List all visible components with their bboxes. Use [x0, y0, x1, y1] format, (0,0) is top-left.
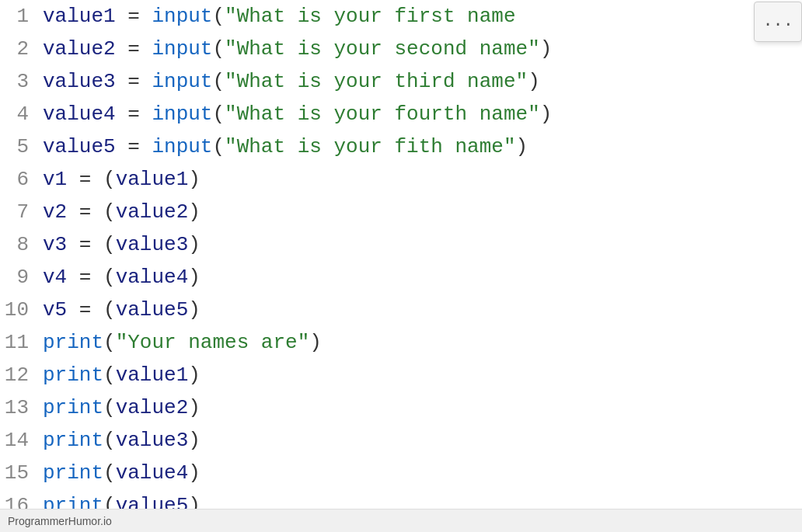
token-paren5-open: ( [212, 135, 225, 158]
token-str11: "Your names are" [116, 331, 310, 354]
line-content-11: print("Your names are") [43, 326, 322, 359]
code-line-7: 7 v2 = (value2) [0, 196, 802, 228]
token-paren14-open: ( [103, 429, 116, 452]
code-line-9: 9 v4 = (value4) [0, 261, 802, 294]
token-val8: value3 [116, 233, 189, 256]
token-paren3-close: ) [528, 70, 540, 93]
line-number-5: 5 [0, 130, 43, 163]
token-paren9-open: ( [103, 266, 116, 289]
line-number-9: 9 [0, 261, 43, 294]
token-eq7: = [67, 200, 103, 224]
code-line-8: 8 v3 = (value3) [0, 228, 802, 261]
line-number-16: 16 [0, 489, 43, 509]
token-val15: value4 [116, 461, 189, 485]
line-number-14: 14 [0, 424, 43, 457]
token-var3: value3 [43, 70, 116, 93]
line-number-13: 13 [0, 391, 43, 424]
token-input3: input [152, 70, 212, 93]
line-number-6: 6 [0, 163, 43, 196]
token-paren6-open: ( [103, 168, 116, 191]
line-number-11: 11 [0, 326, 43, 359]
line-number-2: 2 [0, 33, 43, 65]
code-line-1: 1 value1 = input("What is your first nam… [0, 0, 802, 33]
token-val16: value5 [116, 494, 189, 509]
token-val13: value2 [116, 396, 189, 419]
token-eq2: = [116, 37, 152, 61]
token-paren13-open: ( [103, 396, 116, 419]
token-val10: value5 [116, 298, 189, 322]
token-val6: value1 [116, 168, 189, 191]
token-paren8-open: ( [103, 233, 116, 256]
token-print16: print [43, 494, 103, 509]
token-val7: value2 [116, 200, 189, 224]
line-number-1: 1 [0, 0, 43, 33]
token-str1: "What is your first name [225, 5, 515, 28]
token-var5: value5 [43, 135, 116, 158]
token-str3: "What is your third name" [225, 70, 528, 93]
footer-label: ProgrammerHumor.io [8, 515, 112, 527]
token-paren12-close: ) [188, 363, 200, 387]
token-v3: v3 [43, 233, 67, 256]
token-paren2-open: ( [212, 37, 225, 61]
token-paren16-open: ( [103, 494, 116, 509]
token-v4: v4 [43, 266, 67, 289]
token-paren7-open: ( [103, 200, 116, 224]
line-content-13: print(value2) [43, 391, 200, 424]
token-v2: v2 [43, 200, 67, 224]
token-eq5: = [116, 135, 152, 158]
line-content-8: v3 = (value3) [43, 228, 200, 261]
line-content-7: v2 = (value2) [43, 196, 200, 228]
token-paren6-close: ) [188, 168, 200, 191]
line-number-4: 4 [0, 98, 43, 130]
token-paren4-close: ) [540, 103, 553, 126]
code-line-15: 15 print(value4) [0, 457, 802, 489]
line-number-8: 8 [0, 228, 43, 261]
token-eq4: = [116, 103, 152, 126]
token-val12: value1 [116, 363, 189, 387]
token-input4: input [152, 103, 212, 126]
code-area: 1 value1 = input("What is your first nam… [0, 0, 802, 509]
tooltip-dots: ... [762, 12, 793, 31]
line-content-2: value2 = input("What is your second name… [43, 33, 552, 65]
token-paren4-open: ( [212, 103, 225, 126]
code-line-13: 13 print(value2) [0, 391, 802, 424]
token-paren11-close: ) [309, 331, 322, 354]
line-content-3: value3 = input("What is your third name"… [43, 65, 540, 98]
code-line-4: 4 value4 = input("What is your fourth na… [0, 98, 802, 130]
token-paren10-open: ( [103, 298, 116, 322]
token-paren14-close: ) [188, 429, 200, 452]
token-eq8: = [67, 233, 103, 256]
line-content-4: value4 = input("What is your fourth name… [43, 98, 552, 130]
token-print14: print [43, 429, 103, 452]
token-var2: value2 [43, 37, 116, 61]
token-input1: input [152, 5, 212, 28]
token-paren13-close: ) [188, 396, 200, 419]
token-paren5-close: ) [516, 135, 528, 158]
line-content-9: v4 = (value4) [43, 261, 200, 294]
code-line-14: 14 print(value3) [0, 424, 802, 457]
token-paren3-open: ( [212, 70, 225, 93]
token-str4: "What is your fourth name" [225, 103, 540, 126]
line-number-15: 15 [0, 457, 43, 489]
token-eq10: = [67, 298, 103, 322]
token-eq6: = [67, 168, 103, 191]
code-container: 1 value1 = input("What is your first nam… [0, 0, 802, 532]
token-input2: input [152, 37, 212, 61]
token-var4: value4 [43, 103, 116, 126]
token-paren1: ( [212, 5, 225, 28]
token-paren2-close: ) [540, 37, 553, 61]
token-val14: value3 [116, 429, 189, 452]
token-eq1: = [116, 5, 152, 28]
token-paren9-close: ) [188, 266, 200, 289]
token-print12: print [43, 363, 103, 387]
token-paren15-close: ) [188, 461, 200, 485]
token-paren7-close: ) [188, 200, 200, 224]
token-paren15-open: ( [103, 461, 116, 485]
token-eq9: = [67, 266, 103, 289]
line-content-14: print(value3) [43, 424, 200, 457]
code-line-12: 12 print(value1) [0, 359, 802, 391]
line-number-7: 7 [0, 196, 43, 228]
token-input5: input [152, 135, 212, 158]
code-line-11: 11 print("Your names are") [0, 326, 802, 359]
code-line-10: 10 v5 = (value5) [0, 294, 802, 326]
